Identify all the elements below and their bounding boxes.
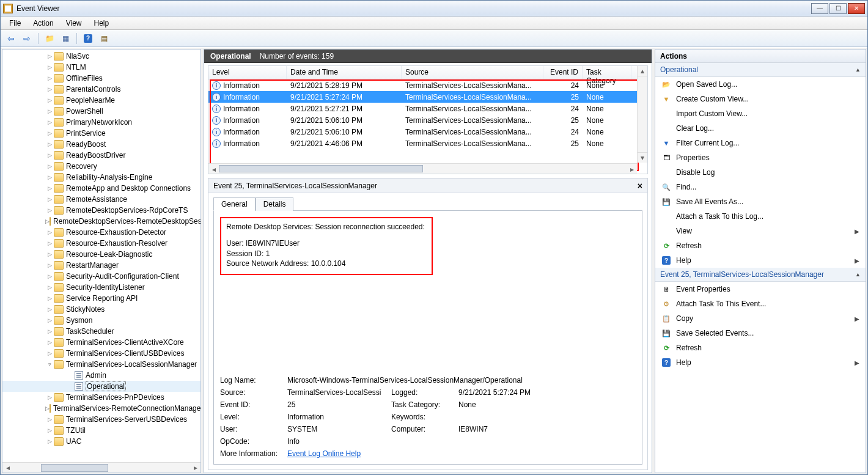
col-event-id[interactable]: Event ID [543, 66, 583, 79]
scroll-right-icon[interactable]: ▸ [627, 164, 637, 174]
grid-h-scrollbar[interactable]: ◂ ▸ [208, 163, 637, 174]
action-item[interactable]: Save All Events As... [655, 194, 866, 209]
action-item[interactable]: Open Saved Log... [655, 77, 866, 92]
action-item[interactable]: Event Properties [655, 282, 866, 296]
expand-caret-icon[interactable]: ▷ [45, 251, 54, 257]
tree-node[interactable]: ▷RemoteDesktopServices-RemoteDesktopSess… [2, 216, 200, 227]
tab-general[interactable]: General [213, 197, 256, 211]
expand-caret-icon[interactable]: ▷ [45, 97, 54, 103]
expand-caret-icon[interactable]: ▷ [45, 119, 54, 125]
tree-leaf[interactable]: Operational [2, 381, 200, 392]
tree-node[interactable]: ▷ParentalControls [2, 84, 200, 95]
tree-node[interactable]: ▷Resource-Exhaustion-Detector [2, 227, 200, 238]
tree-node[interactable]: ▷RemoteDesktopServices-RdpCoreTS [2, 205, 200, 216]
action-item[interactable]: Save Selected Events... [655, 326, 866, 341]
expand-caret-icon[interactable]: ▷ [45, 108, 54, 114]
tree-node[interactable]: ▷RestartManager [2, 260, 200, 271]
nav-back-button[interactable] [4, 32, 18, 45]
expand-caret-icon[interactable]: ▷ [45, 317, 54, 323]
event-log-online-help-link[interactable]: Event Log Online Help [287, 449, 361, 458]
tree-node[interactable]: ▷PrimaryNetworkIcon [2, 117, 200, 128]
tree-node[interactable]: ▷RemoteApp and Desktop Connections [2, 183, 200, 194]
col-datetime[interactable]: Date and Time [287, 66, 402, 79]
scroll-up-icon[interactable]: ▴ [638, 66, 647, 76]
tree-node[interactable]: ▷Reliability-Analysis-Engine [2, 172, 200, 183]
expand-caret-icon[interactable]: ▷ [45, 207, 54, 213]
tree-node[interactable]: ▿TerminalServices-LocalSessionManager [2, 359, 200, 370]
tree-node[interactable]: ▷NTLM [2, 62, 200, 73]
menu-view[interactable]: View [61, 18, 87, 29]
tree-node[interactable]: ▷PrintService [2, 128, 200, 139]
grid-v-scrollbar[interactable]: ▴ ▾ [637, 66, 647, 163]
action-item[interactable]: Help▶ [655, 355, 866, 370]
expand-caret-icon[interactable]: ▷ [45, 306, 54, 312]
tree-node[interactable]: ▷TerminalServices-ClientActiveXCore [2, 337, 200, 348]
tree-node[interactable]: ▷PowerShell [2, 106, 200, 117]
expand-caret-icon[interactable]: ▷ [45, 152, 54, 158]
expand-caret-icon[interactable]: ▷ [45, 174, 54, 180]
expand-caret-icon[interactable]: ▷ [45, 416, 54, 422]
action-item[interactable]: Create Custom View... [655, 92, 866, 106]
expand-caret-icon[interactable]: ▷ [45, 75, 54, 81]
expand-caret-icon[interactable]: ▷ [45, 350, 54, 356]
action-item[interactable]: Import Custom View... [655, 106, 866, 121]
action-item[interactable]: Refresh [655, 341, 866, 355]
col-source[interactable]: Source [402, 66, 543, 79]
tree-node[interactable]: ▷OfflineFiles [2, 73, 200, 84]
tree-node[interactable]: ▷StickyNotes [2, 304, 200, 315]
action-item[interactable]: Attach a Task To this Log... [655, 209, 866, 224]
actions-section-header-2[interactable]: Event 25, TerminalServices-LocalSessionM… [655, 268, 866, 282]
action-item[interactable]: Disable Log [655, 165, 866, 180]
expand-caret-icon[interactable]: ▷ [45, 427, 54, 433]
expand-caret-icon[interactable]: ▷ [45, 405, 50, 411]
action-item[interactable]: Clear Log... [655, 121, 866, 136]
log-tree[interactable]: ▷NlaSvc▷NTLM▷OfflineFiles▷ParentalContro… [2, 50, 200, 462]
action-item[interactable]: Find... [655, 180, 866, 194]
tree-node[interactable]: ▷Recovery [2, 161, 200, 172]
expand-caret-icon[interactable]: ▷ [45, 229, 54, 235]
event-row[interactable]: iInformation9/21/2021 5:06:10 PMTerminal… [208, 126, 647, 138]
tree-leaf[interactable]: Admin [2, 370, 200, 381]
expand-caret-icon[interactable]: ▷ [45, 163, 54, 169]
action-item[interactable]: View▶ [655, 224, 866, 238]
event-row[interactable]: iInformation9/21/2021 5:27:24 PMTerminal… [208, 91, 647, 103]
event-row[interactable]: iInformation9/21/2021 5:06:10 PMTerminal… [208, 114, 647, 126]
actions-section-header-1[interactable]: Operational ▲ [655, 63, 866, 77]
col-task-category[interactable]: Task Category [583, 66, 631, 79]
event-row[interactable]: iInformation9/21/2021 4:46:06 PMTerminal… [208, 138, 647, 149]
expand-caret-icon[interactable]: ▿ [45, 361, 54, 367]
tree-node[interactable]: ▷TerminalServices-RemoteConnectionManage… [2, 403, 200, 414]
action-item[interactable]: Properties [655, 150, 866, 165]
tree-node[interactable]: ▷TerminalServices-PnPDevices [2, 392, 200, 403]
tree-node[interactable]: ▷PeopleNearMe [2, 95, 200, 106]
expand-caret-icon[interactable]: ▷ [45, 64, 54, 70]
scroll-left-icon[interactable]: ◂ [2, 463, 13, 473]
expand-caret-icon[interactable]: ▷ [45, 438, 54, 444]
detail-close-button[interactable]: × [638, 181, 642, 191]
tree-node[interactable]: ▷TZUtil [2, 425, 200, 436]
show-hide-tree-button[interactable] [43, 32, 56, 45]
expand-caret-icon[interactable]: ▷ [45, 196, 54, 202]
expand-caret-icon[interactable]: ▷ [45, 273, 54, 279]
tree-node[interactable]: ▷Security-IdentityListener [2, 282, 200, 293]
tree-node[interactable]: ▷TerminalServices-ServerUSBDevices [2, 414, 200, 425]
tab-details[interactable]: Details [256, 197, 294, 211]
scroll-right-icon[interactable]: ▸ [190, 463, 200, 473]
action-item[interactable]: Copy▶ [655, 311, 866, 326]
col-level[interactable]: Level [208, 66, 287, 79]
toggle-action-pane-button[interactable] [97, 32, 111, 45]
expand-caret-icon[interactable]: ▷ [45, 339, 54, 345]
tree-node[interactable]: ▷ReadyBoost [2, 139, 200, 150]
tree-node[interactable]: ▷Security-Audit-Configuration-Client [2, 271, 200, 282]
scroll-down-icon[interactable]: ▾ [638, 152, 647, 163]
action-item[interactable]: Refresh [655, 238, 866, 253]
mmc-options-button[interactable] [59, 32, 72, 45]
maximize-button[interactable]: ☐ [829, 3, 847, 14]
action-item[interactable]: Attach Task To This Event... [655, 296, 866, 311]
tree-node[interactable]: ▷Sysmon [2, 315, 200, 326]
tree-node[interactable]: ▷ReadyBoostDriver [2, 150, 200, 161]
expand-caret-icon[interactable]: ▷ [45, 141, 54, 147]
action-item[interactable]: Help▶ [655, 253, 866, 268]
tree-node[interactable]: ▷RemoteAssistance [2, 194, 200, 205]
tree-node[interactable]: ▷Resource-Exhaustion-Resolver [2, 238, 200, 249]
